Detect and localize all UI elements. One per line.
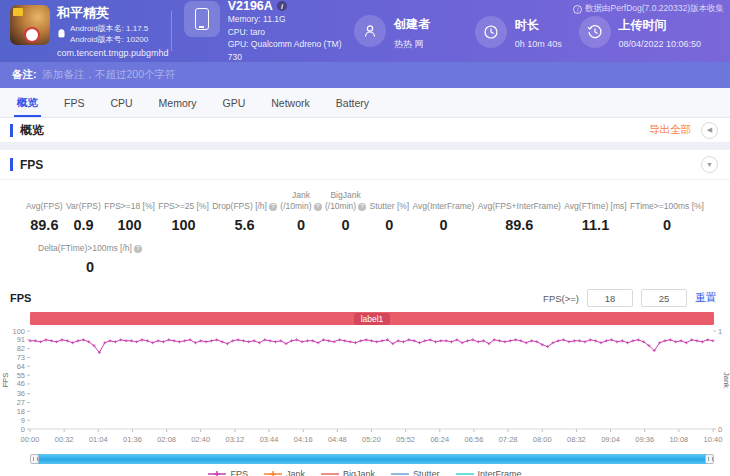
duration-value: 0h 10m 40s <box>515 39 562 49</box>
fps-collapse-button[interactable]: ▼ <box>701 156 718 173</box>
collector-version-info: i 数据由PerfDog(7.0.220332)版本收集 <box>573 3 724 15</box>
help-icon[interactable]: ? <box>358 203 366 211</box>
creator-label: 创建者 <box>394 16 430 33</box>
svg-text:02:08: 02:08 <box>157 435 176 444</box>
fps-chart-svg[interactable]: 100918273645546362718901000:0000:3201:04… <box>0 325 730 453</box>
legend-item-interframe[interactable]: InterFrame <box>456 469 522 476</box>
device-gpu: GPU: Qualcomm Adreno (TM) 730 <box>228 38 354 63</box>
legend-item-stutter[interactable]: Stutter <box>391 469 440 476</box>
svg-text:10:40: 10:40 <box>704 435 723 444</box>
tab-cpu[interactable]: CPU <box>97 88 145 117</box>
svg-text:0: 0 <box>21 425 25 434</box>
stat: Stutter [%]0 <box>370 201 410 233</box>
stat: BigJank(/10min)?0 <box>325 190 366 233</box>
stat: FPS>=25 [%]100 <box>158 201 209 233</box>
section-accent-bar <box>10 124 13 137</box>
duration-block: 时长 0h 10m 40s <box>475 13 571 49</box>
svg-text:Jank: Jank <box>722 372 730 388</box>
fps-chart-area[interactable]: 100918273645546362718901000:0000:3201:04… <box>0 325 730 453</box>
stat: FTime>=100ms [%]0 <box>630 201 704 233</box>
app-text: 和平精英 Android版本名: 1.17.5 Android版本号: 1020… <box>57 5 169 58</box>
svg-text:06:24: 06:24 <box>430 435 449 444</box>
export-all-link[interactable]: 导出全部 <box>649 123 691 137</box>
fps-threshold-input-1[interactable] <box>587 289 633 307</box>
report-header: i 数据由PerfDog(7.0.220332)版本收集 和平精英 Androi… <box>0 0 730 62</box>
app-block: 和平精英 Android版本名: 1.17.5 Android版本号: 1020… <box>10 5 171 58</box>
stat: FPS>=18 [%]100 <box>104 201 155 233</box>
svg-text:FPS: FPS <box>1 373 10 388</box>
chart-legend: FPSJankBigJankStutterInterFrame <box>0 469 730 476</box>
fps-section-header: FPS ▼ <box>0 150 730 180</box>
svg-text:05:52: 05:52 <box>396 435 415 444</box>
collector-version-text: 数据由PerfDog(7.0.220332)版本收集 <box>585 3 724 15</box>
android-version-code: Android版本号: 10200 <box>70 34 148 45</box>
delta-stat-label: Delta(FTime)>100ms [/h] <box>38 243 132 253</box>
upload-block: 上传时间 08/04/2022 10:06:50 <box>579 13 723 49</box>
svg-text:36: 36 <box>17 389 25 398</box>
svg-text:64: 64 <box>17 362 25 371</box>
section-accent-bar <box>10 158 13 171</box>
svg-text:01:36: 01:36 <box>123 435 142 444</box>
svg-text:27: 27 <box>17 398 25 407</box>
stat: Avg(InterFrame)0 <box>413 201 475 233</box>
android-version-name: Android版本名: 1.17.5 <box>70 23 148 34</box>
tab-fps[interactable]: FPS <box>51 88 97 117</box>
upload-time-value: 08/04/2022 10:06:50 <box>619 39 702 49</box>
perfdog-report-page: i 数据由PerfDog(7.0.220332)版本收集 和平精英 Androi… <box>0 0 730 476</box>
scene-label: label1 <box>354 313 391 325</box>
device-block: V2196A i Memory: 11.1G CPU: taro GPU: Qu… <box>184 0 354 63</box>
legend-item-jank[interactable]: Jank <box>264 469 305 476</box>
svg-text:07:28: 07:28 <box>499 435 518 444</box>
svg-text:03:12: 03:12 <box>226 435 245 444</box>
app-package: com.tencent.tmgp.pubgmhd <box>57 49 169 58</box>
user-icon <box>354 15 386 47</box>
help-icon[interactable]: ? <box>314 203 322 211</box>
svg-text:08:00: 08:00 <box>533 435 552 444</box>
device-cpu: CPU: taro <box>228 26 354 39</box>
svg-text:55: 55 <box>17 371 25 380</box>
tab-gpu[interactable]: GPU <box>210 88 259 117</box>
note-bar[interactable]: 备注: 添加备注，不超过200个字符 <box>0 62 730 88</box>
upload-time-label: 上传时间 <box>619 17 702 34</box>
overview-section-header: 概览 导出全部 ◀ <box>0 118 730 142</box>
duration-label: 时长 <box>515 17 562 34</box>
fps-chart-title: FPS <box>10 292 31 304</box>
svg-text:100: 100 <box>12 327 25 336</box>
svg-text:04:16: 04:16 <box>294 435 313 444</box>
svg-text:0: 0 <box>718 425 722 434</box>
creator-block: 创建者 热热 网 <box>354 12 467 51</box>
legend-item-bigjank[interactable]: BigJank <box>321 469 375 476</box>
reset-button[interactable]: 重置 <box>695 291 716 305</box>
fps-threshold-input-2[interactable] <box>641 289 687 307</box>
stat: Jank(/10min)?0 <box>280 190 321 233</box>
info-icon: i <box>573 5 582 14</box>
overview-collapse-button[interactable]: ◀ <box>701 122 718 139</box>
svg-text:73: 73 <box>17 353 25 362</box>
svg-text:04:48: 04:48 <box>328 435 347 444</box>
scrollbar-left-handle[interactable] <box>30 454 39 464</box>
svg-text:02:40: 02:40 <box>191 435 210 444</box>
device-info-icon[interactable]: i <box>277 1 287 11</box>
section-divider <box>0 142 730 150</box>
tab-memory[interactable]: Memory <box>146 88 210 117</box>
svg-text:91: 91 <box>17 335 25 344</box>
scrollbar-right-handle[interactable] <box>705 454 714 464</box>
tab-network[interactable]: Network <box>258 88 323 117</box>
tab-概览[interactable]: 概览 <box>4 88 51 117</box>
chart-range-scrollbar[interactable] <box>30 454 714 464</box>
legend-item-fps[interactable]: FPS <box>208 469 248 476</box>
tab-battery[interactable]: Battery <box>323 88 382 117</box>
fps-section-title: FPS <box>20 158 43 172</box>
help-icon[interactable]: ? <box>269 203 277 211</box>
stat: Avg(FTime) [ms]11.1 <box>564 201 626 233</box>
scene-label-bar: label1 <box>30 312 714 325</box>
device-model: V2196A <box>228 0 273 13</box>
svg-text:46: 46 <box>17 379 25 388</box>
svg-text:09:36: 09:36 <box>635 435 654 444</box>
device-memory: Memory: 11.1G <box>228 13 354 26</box>
stat: Drop(FPS) [/h]?5.6 <box>212 201 277 233</box>
fps-chart-header: FPS FPS(>=) 重置 <box>0 286 730 308</box>
help-icon[interactable]: ? <box>134 245 142 253</box>
app-icon <box>10 5 50 45</box>
stat: Avg(FPS)89.6 <box>26 201 63 233</box>
